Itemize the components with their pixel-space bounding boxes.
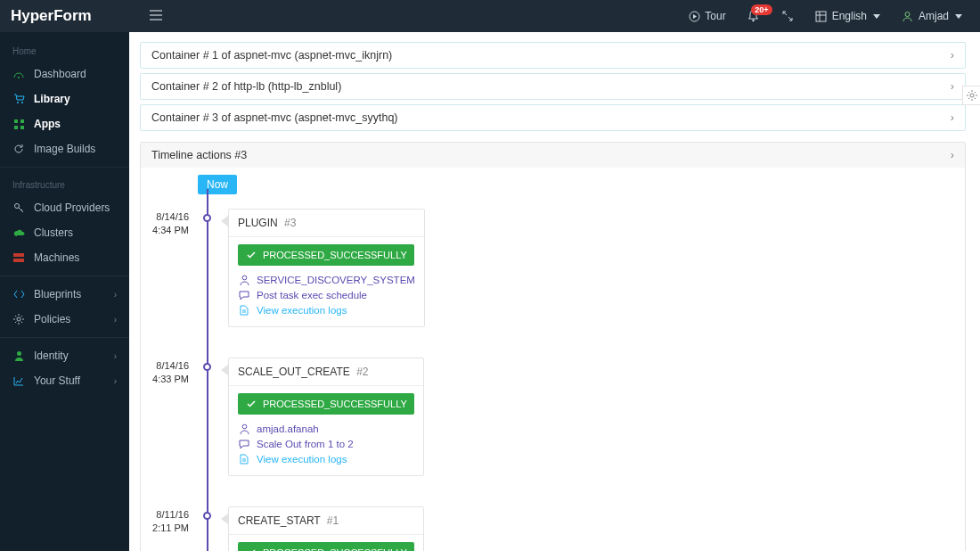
event-time: 8/14/16 4:34 PM (150, 210, 189, 237)
timeline-dot-icon (203, 363, 211, 371)
file-icon (238, 304, 250, 317)
svg-rect-2 (816, 12, 826, 21)
chevron-right-icon: › (114, 290, 117, 300)
settings-drawer-button[interactable] (962, 86, 980, 105)
now-pill: Now (198, 175, 237, 194)
view-logs-link[interactable]: View execution logs (238, 304, 415, 317)
globe-icon (815, 10, 828, 22)
svg-rect-8 (20, 119, 24, 123)
sidebar-item-label: Image Builds (34, 143, 95, 155)
sidebar-item-image-builds[interactable]: Image Builds (0, 136, 129, 161)
sidebar-item-policies[interactable]: Policies › (0, 307, 129, 332)
fullscreen-button[interactable] (774, 10, 801, 22)
play-circle-icon (688, 10, 700, 22)
sidebar-item-label: Apps (34, 118, 61, 130)
notifications-button[interactable]: 20+ (740, 10, 767, 22)
sidebar-item-label: Policies (34, 313, 70, 325)
event-num: #3 (284, 217, 296, 229)
event-action: SCALE_OUT_CREATE (238, 366, 350, 378)
key-icon (12, 201, 25, 214)
timeline-event: 8/14/16 4:34 PM PLUGIN #3 (198, 209, 954, 327)
check-icon (245, 547, 257, 551)
sidebar-item-blueprints[interactable]: Blueprints › (0, 282, 129, 307)
sidebar-toggle-button[interactable] (150, 9, 162, 23)
notification-badge: 20+ (751, 4, 772, 15)
tour-button[interactable]: Tour (681, 10, 732, 22)
tour-label: Tour (705, 10, 725, 22)
code-icon (12, 288, 25, 300)
sidebar-item-label: Library (34, 93, 70, 105)
chevron-right-icon: › (951, 80, 954, 93)
svg-point-15 (17, 351, 21, 356)
svg-point-1 (752, 20, 754, 21)
container-accordion-1[interactable]: Container # 1 of aspnet-mvc (aspnet-mvc_… (140, 42, 966, 69)
expand-icon (781, 10, 794, 22)
timeline-header[interactable]: Timeline actions #3 › (141, 143, 965, 168)
sidebar-item-apps[interactable]: Apps (0, 111, 129, 136)
event-action: PLUGIN (238, 217, 278, 229)
sidebar-item-label: Your Stuff (34, 374, 80, 387)
container-label: Container # 2 of http-lb (http-lb_znblul… (151, 80, 341, 93)
check-icon (245, 249, 257, 261)
chart-icon (12, 374, 25, 387)
apps-icon (12, 118, 25, 130)
sidebar: Home Dashboard Library Apps Image Builds… (0, 32, 129, 551)
event-card: SCALE_OUT_CREATE #2 PROCESSED_SUCCESSFUL… (228, 358, 424, 476)
sidebar-item-cloud-providers[interactable]: Cloud Providers (0, 195, 129, 220)
event-num: #1 (327, 514, 339, 527)
check-icon (245, 398, 257, 410)
event-time: 8/11/16 2:11 PM (150, 508, 189, 535)
timeline-event: 8/14/16 4:33 PM SCALE_OUT_CREATE #2 (198, 358, 954, 476)
cloud-icon (12, 226, 25, 239)
svg-point-3 (905, 12, 910, 16)
brand: HyperForm (11, 7, 128, 25)
status-badge: PROCESSED_SUCCESSFULLY (238, 542, 414, 551)
sidebar-item-dashboard[interactable]: Dashboard (0, 62, 129, 86)
sidebar-group-home: Home (0, 39, 129, 62)
topbar: HyperForm Tour 20+ (0, 0, 980, 32)
gear-icon (966, 89, 978, 102)
svg-rect-9 (14, 126, 18, 129)
view-logs-link[interactable]: View execution logs (238, 453, 414, 465)
sidebar-item-label: Blueprints (34, 288, 81, 300)
svg-rect-7 (14, 119, 18, 123)
svg-point-18 (242, 424, 247, 429)
timeline-dot-icon (203, 512, 211, 520)
sidebar-item-your-stuff[interactable]: Your Stuff › (0, 368, 129, 393)
language-label: English (832, 10, 867, 22)
timeline-title: Timeline actions #3 (151, 149, 247, 161)
event-action: CREATE_START (238, 514, 320, 527)
main-content: Container # 1 of aspnet-mvc (aspnet-mvc_… (129, 32, 980, 551)
event-user: amjad.afanah (238, 423, 414, 435)
language-dropdown[interactable]: English (808, 10, 887, 22)
event-time: 8/14/16 4:33 PM (150, 359, 189, 386)
comment-icon (238, 289, 250, 301)
svg-point-6 (21, 102, 23, 103)
timeline-dot-icon (203, 214, 211, 222)
sidebar-item-library[interactable]: Library (0, 86, 129, 111)
status-badge: PROCESSED_SUCCESSFULLY (238, 393, 414, 415)
sidebar-item-machines[interactable]: Machines (0, 245, 129, 270)
sidebar-item-label: Clusters (34, 226, 73, 239)
dashboard-icon (12, 68, 25, 80)
user-icon (238, 274, 250, 286)
chevron-right-icon: › (114, 315, 117, 325)
user-icon (902, 10, 914, 22)
chevron-right-icon: › (114, 376, 117, 386)
sidebar-group-infra: Infrastructure (0, 173, 129, 195)
user-menu[interactable]: Amjad (894, 10, 969, 22)
sidebar-item-label: Identity (34, 350, 69, 362)
event-message: Scale Out from 1 to 2 (238, 438, 414, 450)
container-accordion-3[interactable]: Container # 3 of aspnet-mvc (aspnet-mvc_… (140, 104, 966, 131)
user-label: Amjad (919, 10, 949, 22)
timeline-event: 8/11/16 2:11 PM CREATE_START #1 (198, 506, 954, 551)
svg-rect-13 (13, 259, 24, 262)
chevron-right-icon: › (951, 111, 954, 124)
svg-point-16 (970, 94, 974, 97)
svg-rect-10 (20, 126, 24, 129)
sidebar-item-label: Machines (34, 251, 79, 264)
container-label: Container # 3 of aspnet-mvc (aspnet-mvc_… (151, 111, 398, 124)
sidebar-item-clusters[interactable]: Clusters (0, 220, 129, 245)
container-accordion-2[interactable]: Container # 2 of http-lb (http-lb_znblul… (140, 73, 966, 100)
sidebar-item-identity[interactable]: Identity › (0, 343, 129, 368)
